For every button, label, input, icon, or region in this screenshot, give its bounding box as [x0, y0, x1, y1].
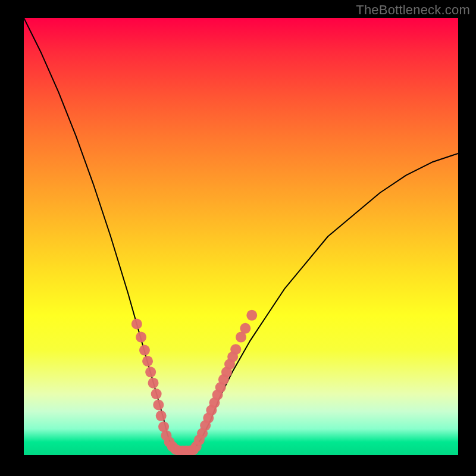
marker-point: [142, 356, 153, 367]
marker-point: [156, 411, 167, 421]
marker-point: [131, 319, 142, 330]
curve-layer: [24, 18, 458, 451]
marker-point: [139, 345, 150, 356]
marker-point: [145, 367, 156, 377]
marker-point: [148, 378, 159, 389]
marker-layer: [131, 310, 257, 455]
marker-point: [136, 332, 146, 343]
marker-point: [246, 310, 257, 321]
marker-point: [240, 323, 250, 334]
marker-point: [230, 344, 241, 355]
marker-point: [153, 399, 164, 410]
watermark-text: TheBottleneck.com: [356, 2, 470, 18]
marker-point: [151, 389, 162, 399]
chart-frame: TheBottleneck.com: [0, 0, 476, 476]
plot-area: [24, 18, 458, 455]
chart-svg: [24, 18, 458, 455]
curve-path: [24, 18, 458, 451]
